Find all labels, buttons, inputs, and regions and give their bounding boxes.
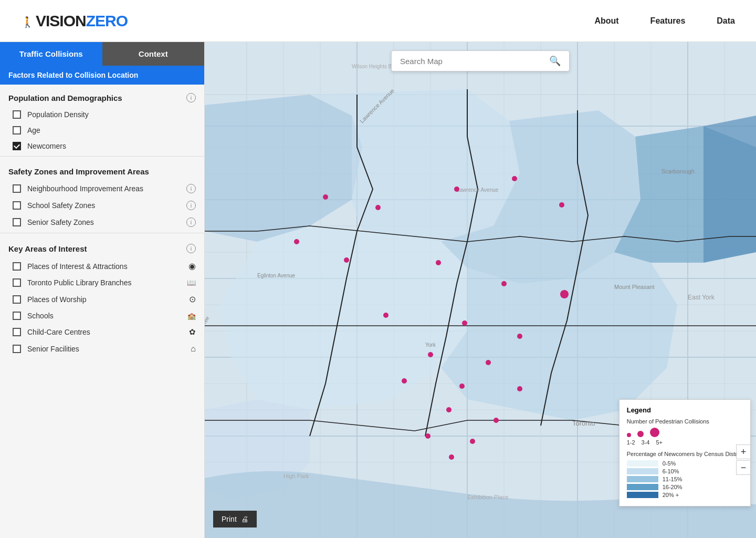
nav-data[interactable]: Data [717, 16, 735, 26]
legend-color-box-16-20 [627, 484, 658, 490]
cb-age[interactable] [13, 126, 21, 134]
print-button[interactable]: Print 🖨 [213, 511, 257, 527]
svg-text:York: York [425, 342, 436, 348]
svg-text:Lawrence Avenue: Lawrence Avenue [457, 187, 499, 193]
category-population: Population and Demographics i [0, 85, 204, 107]
zoom-in-button[interactable]: + [736, 444, 751, 459]
icon-places-interest: ◉ [188, 261, 196, 271]
population-info-icon[interactable]: i [186, 93, 196, 102]
cb-population-density[interactable] [13, 110, 21, 119]
svg-point-64 [428, 352, 433, 357]
svg-text:Toronto: Toronto [572, 419, 595, 427]
nav-about[interactable]: About [594, 16, 618, 26]
section-header: Factors Related to Collision Location [0, 66, 204, 85]
cb-school-safety[interactable] [13, 201, 21, 210]
nav: About Features Data [594, 16, 735, 26]
legend-color-box-11-15 [627, 476, 658, 482]
svg-point-62 [462, 320, 467, 326]
legend-dot-small [627, 433, 631, 437]
svg-point-68 [517, 386, 522, 391]
item-schools[interactable]: Schools 🏫 [0, 308, 204, 324]
svg-text:Eglinton Avenue: Eglinton Avenue [257, 273, 296, 278]
senior-safety-info-icon[interactable]: i [186, 218, 196, 227]
svg-text:East York: East York [688, 294, 715, 301]
svg-point-54 [512, 176, 517, 181]
svg-marker-36 [704, 116, 756, 263]
cb-senior-facilities[interactable] [13, 345, 21, 353]
cb-worship[interactable] [13, 295, 21, 304]
cb-senior-safety[interactable] [13, 218, 21, 226]
key-areas-info-icon[interactable]: i [186, 244, 196, 253]
neighbourhood-info-icon[interactable]: i [186, 184, 196, 193]
item-neighbourhood-improvement[interactable]: Neighbourhood Improvement Areas i [0, 180, 204, 197]
legend-color-box-0-5 [627, 460, 658, 467]
print-label: Print [222, 515, 237, 523]
divider-1 [0, 156, 204, 157]
item-senior-safety[interactable]: Senior Safety Zones i [0, 214, 204, 231]
item-newcomers[interactable]: Newcomers [0, 138, 204, 154]
label-population-density: Population Density [27, 110, 196, 119]
svg-point-51 [323, 194, 328, 200]
map-area[interactable]: 🔍 [205, 42, 756, 538]
svg-text:High Park: High Park [284, 473, 309, 479]
icon-senior-facilities: ⌂ [191, 344, 196, 354]
svg-point-57 [344, 257, 349, 263]
cb-places-interest[interactable] [13, 262, 21, 271]
legend-collisions-title: Number of Pedestrian Collisions [627, 418, 743, 425]
zoom-out-button[interactable]: − [736, 460, 751, 475]
logo-icon: 🚶 [21, 16, 34, 28]
label-neighbourhood-improvement: Neighbourhood Improvement Areas [27, 184, 180, 193]
svg-text:Exhibition Place: Exhibition Place [467, 494, 508, 500]
item-school-safety[interactable]: School Safety Zones i [0, 197, 204, 214]
svg-point-69 [446, 407, 452, 412]
cb-neighbourhood-improvement[interactable] [13, 184, 21, 193]
tab-context[interactable]: Context [102, 42, 205, 66]
logo-vision: VISION [36, 12, 86, 29]
category-key-areas: Key Areas of Interest i [0, 235, 204, 257]
logo: 🚶VISIONZERO [21, 11, 128, 30]
legend-title: Legend [627, 406, 743, 414]
legend: Legend Number of Pedestrian Collisions 1… [619, 399, 751, 506]
tab-traffic-collisions[interactable]: Traffic Collisions [0, 42, 102, 66]
legend-label-11-15: 11-15% [663, 476, 682, 482]
svg-point-58 [436, 260, 441, 265]
item-age[interactable]: Age [0, 122, 204, 138]
item-worship[interactable]: Places of Worship ⊙ [0, 291, 204, 308]
label-age: Age [27, 126, 196, 134]
item-library[interactable]: Toronto Public Library Branches 📖 [0, 275, 204, 291]
search-icon[interactable]: 🔍 [549, 55, 561, 67]
legend-color-16-20: 16-20% [627, 484, 743, 490]
logo-zero: ZERO [86, 12, 128, 29]
legend-label-3-4: 3-4 [642, 439, 650, 446]
svg-point-52 [375, 205, 381, 210]
item-places-interest[interactable]: Places of Interest & Attractions ◉ [0, 257, 204, 275]
search-input[interactable] [400, 57, 549, 66]
legend-color-6-10: 6-10% [627, 468, 743, 474]
cb-childcare[interactable] [13, 328, 21, 336]
category-safety: Safety Zones and Improvement Areas [0, 159, 204, 180]
legend-label-16-20: 16-20% [663, 484, 682, 490]
category-population-title: Population and Demographics [8, 94, 122, 102]
legend-label-6-10: 6-10% [663, 468, 679, 474]
legend-newcomers-title: Percentage of Newcomers by Census Distri… [627, 451, 743, 457]
cb-library[interactable] [13, 278, 21, 287]
cb-schools[interactable] [13, 312, 21, 320]
svg-point-59 [501, 281, 507, 286]
legend-label-0-5: 0-5% [663, 460, 676, 467]
map-controls: + − [736, 444, 751, 475]
cb-newcomers[interactable] [13, 142, 21, 150]
icon-schools: 🏫 [187, 312, 196, 320]
legend-dots [627, 428, 743, 437]
legend-label-20plus: 20% + [663, 492, 679, 498]
legend-color-20plus: 20% + [627, 492, 743, 498]
legend-color-box-20plus [627, 492, 658, 498]
sidebar: Traffic Collisions Context Factors Relat… [0, 42, 205, 538]
legend-label-1-2: 1-2 [627, 439, 635, 446]
label-library: Toronto Public Library Branches [27, 278, 181, 287]
school-safety-info-icon[interactable]: i [186, 201, 196, 210]
item-population-density[interactable]: Population Density [0, 107, 204, 122]
item-senior-facilities[interactable]: Senior Facilities ⌂ [0, 340, 204, 357]
item-childcare[interactable]: Child-Care Centres ✿ [0, 324, 204, 340]
label-childcare: Child-Care Centres [27, 328, 183, 336]
nav-features[interactable]: Features [650, 16, 686, 26]
